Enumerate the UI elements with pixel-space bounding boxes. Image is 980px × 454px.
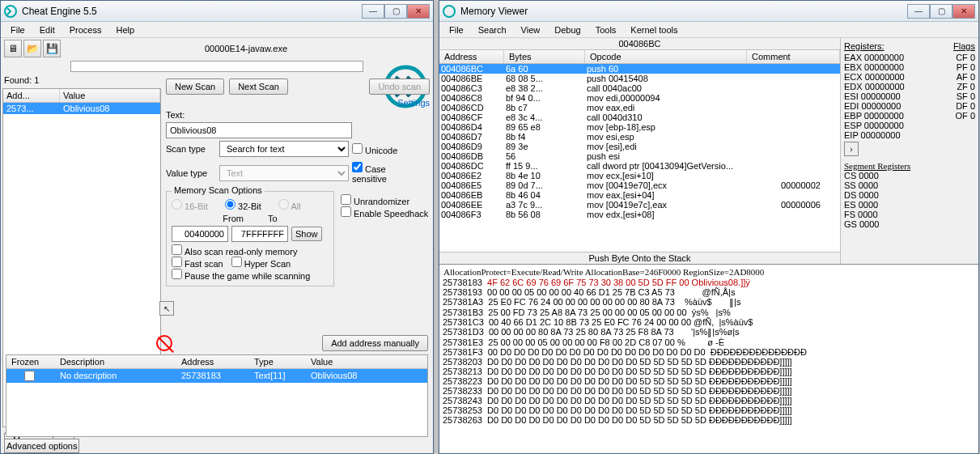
disasm-row[interactable]: 004086D78b f4 mov esi,esp (439, 132, 840, 142)
scantype-select[interactable]: Search for text (219, 141, 349, 157)
svg-point-2 (443, 6, 455, 17)
mv-menu-search[interactable]: Search (472, 23, 513, 36)
register-row: EDI 00000000DF 0 (844, 101, 975, 111)
col-value[interactable]: Value (60, 89, 160, 102)
minimize-button[interactable]: — (362, 4, 384, 19)
disasm-row[interactable]: 004086D489 65 e8 mov [ebp-18],esp (439, 122, 840, 132)
fastscan-check[interactable]: Fast scan (172, 257, 223, 269)
settings-link[interactable]: Settings (166, 98, 430, 108)
undo-scan-button[interactable]: Undo scan (369, 78, 430, 95)
speedhack-check[interactable]: Enable Speedhack (341, 209, 428, 219)
maximize-button[interactable]: ▢ (384, 4, 407, 19)
disasm-row[interactable]: 004086F38b 56 08 mov edx,[esi+08] (439, 210, 840, 219)
address-table[interactable]: Frozen Description Address Type Value No… (6, 354, 428, 437)
disasm-row[interactable]: 004086E28b 4e 10 mov ecx,[esi+10] (439, 171, 840, 180)
col-bytes[interactable]: Bytes (504, 50, 585, 63)
segment-row: GS 0000 (844, 219, 975, 229)
col-address[interactable]: Add... (3, 89, 60, 102)
disasm-rows[interactable]: 004086BC6a 60 push 60004086BE68 08 5...p… (439, 64, 840, 252)
hex-view[interactable]: AllocationProtect=Execute/Read/Write All… (439, 265, 978, 453)
disasm-row[interactable]: 004086BE68 08 5...push 00415408 (439, 74, 840, 83)
disasm-row[interactable]: 004086E589 0d 7...mov [00419e70],ecx0000… (439, 180, 840, 190)
next-scan-button[interactable]: Next Scan (229, 78, 288, 95)
mv-menu-view[interactable]: View (515, 23, 547, 36)
disasm-row[interactable]: 004086D989 3e mov [esi],edi (439, 142, 840, 151)
col-address[interactable]: Address (439, 50, 504, 63)
ce-app-icon (4, 5, 17, 18)
hyperscan-check[interactable]: Hyper Scan (231, 257, 291, 269)
mv-menu-kernel[interactable]: Kernel tools (624, 23, 684, 36)
hex-row[interactable]: 25738233 D0 D0 D0 D0 D0 D0 D0 D0 D0 D0 D… (443, 386, 975, 396)
ce-titlebar[interactable]: Cheat Engine 5.5 — ▢ ✕ (1, 1, 433, 22)
pointer-icon[interactable]: ↖ (159, 301, 174, 316)
disasm-row[interactable]: 004086EB8b 46 04 mov eax,[esi+04] (439, 190, 840, 200)
radio-all[interactable]: All (278, 199, 329, 211)
hex-row[interactable]: 25738193 00 00 00 05 00 00 00 40 66 D1 2… (443, 287, 975, 297)
unrandomizer-check[interactable]: Unrandomizer (341, 197, 409, 206)
col-comment[interactable]: Comment (747, 50, 840, 63)
pausegame-check[interactable]: Pause the game while scanning (172, 271, 310, 281)
frozen-check[interactable] (24, 371, 35, 381)
case-sensitive-check[interactable]: Case sensitive (352, 162, 402, 184)
mv-minimize-button[interactable]: — (907, 4, 930, 19)
hex-row[interactable]: 25738243 D0 D0 D0 D0 D0 D0 D0 D0 D0 D0 D… (443, 396, 975, 405)
disasm-row[interactable]: 004086C3e8 38 2...call 0040ac00 (439, 83, 840, 93)
disasm-row[interactable]: 004086CFe8 3c 4...call 0040d310 (439, 112, 840, 122)
register-row: EBX 00000000PF 0 (844, 62, 975, 72)
open-file-icon[interactable]: 📂 (23, 40, 41, 57)
hex-row[interactable]: 257381C3 00 40 66 D1 2C 10 8B 73 25 E0 F… (443, 317, 975, 327)
segment-row: ES 0000 (844, 200, 975, 210)
disasm-row[interactable]: 004086CD8b c7 mov eax,edi (439, 103, 840, 112)
col-opcode[interactable]: Opcode (585, 50, 747, 63)
disasm-row[interactable]: 004086DB56 push esi (439, 151, 840, 161)
mv-close-button[interactable]: ✕ (952, 4, 975, 19)
panic-icon[interactable] (156, 335, 172, 351)
show-button[interactable]: Show (291, 227, 322, 241)
valuetype-select[interactable]: Text (219, 165, 349, 181)
mv-maximize-button[interactable]: ▢ (930, 4, 952, 19)
radio-32bit[interactable]: 32-Bit (225, 199, 275, 211)
from-input[interactable] (172, 226, 228, 242)
unicode-check[interactable]: Unicode (352, 143, 402, 155)
add-address-button[interactable]: Add address manually (322, 335, 428, 351)
open-process-icon[interactable]: 🖥 (4, 40, 22, 57)
advanced-options-button[interactable]: Advanced options (4, 439, 79, 453)
disasm-row[interactable]: 004086DCff 15 9...call dword ptr [004130… (439, 161, 840, 171)
new-scan-button[interactable]: New Scan (166, 78, 224, 95)
hex-row[interactable]: 25738183 4F 62 6C 69 76 69 6F 75 73 30 3… (443, 278, 975, 287)
hex-row[interactable]: 257381A3 25 E0 FC 76 24 00 00 00 00 00 0… (443, 297, 975, 308)
mv-titlebar[interactable]: Memory Viewer — ▢ ✕ (439, 1, 978, 22)
segment-row: SS 0000 (844, 180, 975, 190)
radio-16bit[interactable]: 16-Bit (172, 199, 222, 211)
disasm-row[interactable]: 004086BC6a 60 push 60 (439, 64, 840, 74)
address-row[interactable]: No description 25738183 Text[11] Oblivio… (6, 369, 427, 383)
hex-row[interactable]: 25738223 D0 D0 D0 D0 D0 D0 D0 D0 D0 D0 D… (443, 376, 975, 386)
hex-row[interactable]: 25738213 D0 D0 D0 D0 D0 D0 D0 D0 D0 D0 D… (443, 367, 975, 376)
mv-menu-debug[interactable]: Debug (548, 23, 587, 36)
result-row[interactable]: 2573... Oblivious08 (3, 103, 160, 114)
ce-title: Cheat Engine 5.5 (22, 6, 362, 17)
hex-row[interactable]: 257381B3 25 00 FD 73 25 A8 8A 73 25 00 0… (443, 308, 975, 317)
hex-row[interactable]: 257381E3 25 00 00 00 05 00 00 00 00 F8 0… (443, 337, 975, 347)
menu-file[interactable]: File (4, 23, 32, 36)
menu-process[interactable]: Process (63, 23, 108, 36)
hex-row[interactable]: 25738253 D0 D0 D0 D0 D0 D0 D0 D0 D0 D0 D… (443, 405, 975, 415)
menu-edit[interactable]: Edit (33, 23, 62, 36)
disasm-row[interactable]: 004086C8bf 94 0...mov edi,00000094 (439, 93, 840, 103)
search-text-input[interactable] (166, 122, 352, 138)
hex-row[interactable]: 257381F3 00 D0 D0 D0 D0 D0 D0 D0 D0 D0 D… (443, 347, 975, 357)
save-icon[interactable]: 💾 (43, 40, 61, 57)
mv-menu-tools[interactable]: Tools (589, 23, 623, 36)
readonly-check[interactable]: Also scan read-only memory (172, 247, 297, 257)
menu-help[interactable]: Help (109, 23, 141, 36)
mv-menu-file[interactable]: File (443, 23, 470, 36)
disasm-row[interactable]: 004086EEa3 7c 9...mov [00419e7c],eax0000… (439, 200, 840, 210)
hex-row[interactable]: 25738263 D0 D0 D0 D0 D0 D0 D0 D0 D0 D0 D… (443, 415, 975, 425)
hex-row[interactable]: 25738203 D0 D0 D0 D0 D0 D0 D0 D0 D0 D0 D… (443, 357, 975, 367)
hex-row[interactable]: 257381D3 00 00 00 00 80 8A 73 25 80 8A 7… (443, 327, 975, 337)
close-button[interactable]: ✕ (407, 4, 430, 19)
ce-menubar: File Edit Process Help (1, 22, 433, 38)
segment-header: Segment Registers (844, 161, 975, 171)
reg-more-icon[interactable]: › (844, 142, 859, 156)
to-input[interactable] (231, 226, 288, 242)
